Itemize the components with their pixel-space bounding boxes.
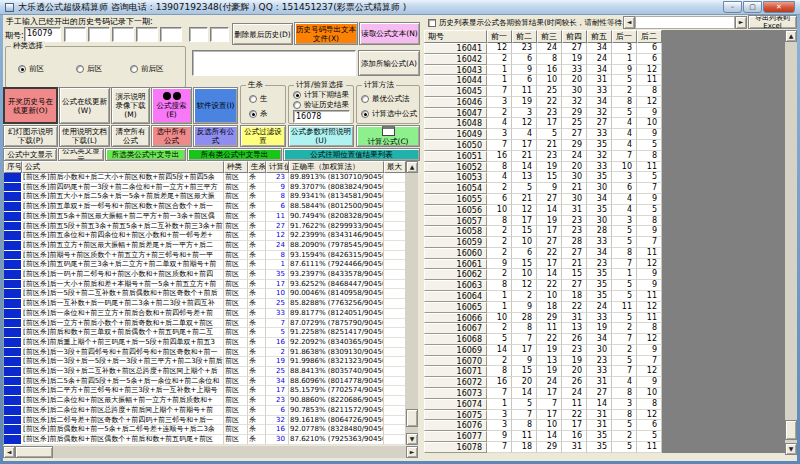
front-number-input-5[interactable] [160,27,182,42]
front-number-input-3[interactable] [112,27,134,42]
export-selected-chinese-button[interactable]: 所选类公式中文导出 [105,148,186,161]
row-select-cell[interactable] [4,348,22,358]
formula-row[interactable]: [前区杀]后一5段+前二互补数+前后偶数和+前区奇数个+前后前区杀1090.00… [4,289,406,299]
formula-vertical-scrollbar[interactable]: ▲ ▼ [406,161,418,445]
row-select-cell[interactable] [4,222,22,232]
row-select-cell[interactable] [4,202,22,212]
header-issue[interactable]: 期号 [424,30,487,43]
demo-video-download-button[interactable]: 演示说明录像下载(M) [111,87,150,124]
radio-icon[interactable] [361,110,369,118]
export-to-excel-button[interactable]: 导出列表到Excel [748,15,797,29]
back-number-input-2[interactable] [210,27,229,42]
formula-row[interactable]: [前区杀]前五大小+后二5余+后一5余+前后差尾+前区最大振前区杀889.934… [4,192,406,202]
header-calc-value[interactable]: 计算值 [266,161,289,173]
header-front-2[interactable]: 前二 [512,30,537,43]
radio-icon[interactable] [249,110,257,118]
row-select-cell[interactable] [4,396,22,406]
front-number-input-4[interactable] [136,27,158,42]
formula-row[interactable]: [前区杀]后一3段+前四邻号和+前四邻号和+前区奇数和+前一前区杀291.863… [4,348,406,358]
radio-calc-next[interactable]: 计算下期结果 [293,90,349,100]
formula-row[interactable]: [前区杀]前五码尾+前三3余+后二立方+前二单双+前期号+前前区杀187.611… [4,260,406,270]
row-select-cell[interactable] [4,425,22,435]
formula-row[interactable]: [前区杀]前五5余+前区最大振幅+前二平方+前一3余+前区偶前区杀1190.74… [4,212,406,222]
formula-row[interactable]: [前区杀]后一码+前二邻号和+前区小数和+前区质数和+前四前区杀3593.239… [4,270,406,280]
scrollbar-thumb[interactable] [15,446,53,458]
minimize-button[interactable]: – [723,1,742,13]
radio-life[interactable]: 生 [249,94,268,104]
back-number-input-1[interactable] [189,27,208,42]
radio-icon[interactable] [76,65,84,73]
row-select-cell[interactable] [4,299,22,309]
radio-icon[interactable] [361,95,369,103]
formula-row[interactable]: [前区杀]后一余位和+前三立方+前后合数和+前四邻号差+前前区杀3389.817… [4,309,406,319]
row-select-cell[interactable] [4,289,22,299]
row-select-cell[interactable] [4,416,22,426]
row-select-cell[interactable] [4,367,22,377]
scroll-down-icon[interactable]: ▼ [785,443,797,455]
row-select-cell[interactable] [4,357,22,367]
header-front-5[interactable]: 前五 [587,30,612,43]
formula-english-display-button[interactable]: 公式英文显示 [58,148,104,161]
radio-front-back-area[interactable]: 前后区 [130,64,164,74]
position-results-button[interactable]: 公式往期位置值结果列表 [283,148,420,161]
formula-row[interactable]: [前区杀]前五5段+前五3余+前五5余+后二互补数+前三3余+前前区杀2791.… [4,222,406,232]
delete-last-history-button[interactable]: 删除最后历史(D) [232,23,293,45]
formula-row[interactable]: [前区杀]后一立方+前后小数个+前后奇数和+后二单双+前区前区杀787.0729… [4,319,406,329]
row-select-cell[interactable] [4,192,22,202]
formula-row[interactable]: [前区杀]前五立方+前区最大振幅+前后差尾+后一平方+后二前区杀2488.209… [4,241,406,251]
formula-row[interactable]: [前区杀]后二5余+前四5段+后一5余+后一余位和+前二余位和前区杀3488.6… [4,377,406,387]
manual-download-button[interactable]: 使用说明文档下载(L) [59,125,110,147]
header-front-3[interactable]: 前三 [537,30,562,43]
radio-verify-history[interactable]: 验证历史结果 [293,100,349,110]
header-max[interactable]: 最大 [384,161,406,173]
header-back-1[interactable]: 后一 [612,30,637,43]
radio-icon[interactable] [130,65,138,73]
close-button[interactable]: ✕ [763,1,795,13]
row-select-cell[interactable] [4,183,22,193]
radio-front-area[interactable]: 前区 [18,64,44,74]
update-lottery-history-button[interactable]: 开奖历史号在线更新(O) [3,87,58,124]
header-type[interactable]: 种类 [224,161,248,173]
formula-row[interactable]: [前区杀]前四码尾+前一3段+前二余位和+前一立方+前三平方前区杀989.370… [4,183,406,193]
formula-row[interactable]: [前区杀]后二余位和+前区最大振幅+前一立方+前后质数和+前区杀2390.886… [4,396,406,406]
header-kill[interactable]: 生杀 [248,161,266,173]
maximize-button[interactable]: ▢ [743,1,762,13]
slide-guide-download-button[interactable]: 幻灯图示说明下载(P) [3,125,58,147]
formula-row[interactable]: [前区杀]后二平方+前三邻号和+前三3段+后一互补数+上期号前区杀1785.15… [4,386,406,396]
row-select-cell[interactable] [4,377,22,387]
row-select-cell[interactable] [4,319,22,329]
front-number-input-2[interactable] [88,27,110,42]
radio-back-area[interactable]: 后区 [76,64,102,74]
radio-icon[interactable] [293,101,301,109]
formula-filter-settings-button[interactable]: 公式过滤设置 [240,125,286,147]
checkbox-icon[interactable] [428,19,436,27]
row-select-cell[interactable] [4,173,22,183]
formula-row[interactable]: [前区杀]前后和数+前三单双+前后偶数个+前五码尾+前二互前区杀591.2258… [4,328,406,338]
header-back-2[interactable]: 后二 [637,30,662,43]
row-select-cell[interactable] [4,270,22,280]
scroll-right-icon[interactable]: ► [735,16,747,29]
front-number-input-1[interactable] [64,27,86,42]
formula-entry-input[interactable] [192,50,356,76]
scroll-up-icon[interactable]: ▲ [406,161,418,173]
scroll-up-icon[interactable]: ▲ [785,30,797,42]
row-select-cell[interactable] [4,338,22,348]
radio-icon[interactable] [18,65,26,73]
select-all-formulas-button[interactable]: 选中所有公式 [151,125,192,147]
issue-input[interactable]: 16079 [24,27,61,42]
show-results-checkbox[interactable]: 历史列表显示公式各期验算结果(时间较长，请耐性等待...) [428,18,632,28]
invert-selection-button[interactable]: 反选所有公式 [193,125,238,147]
formula-row[interactable]: [前区杀]后二邻号差+前区奇数个+前四码+前三邻号和+后一前区杀3289.161… [4,416,406,426]
row-select-cell[interactable] [4,241,22,251]
formula-row[interactable]: [前区杀]后一3段+后一5段+后一3段+前三平方+前二3段+前后前区杀1991.… [4,357,406,367]
row-select-cell[interactable] [4,212,22,222]
formula-param-doc-button[interactable]: 公式参数对照说明(U) [288,125,354,147]
title-bar[interactable]: 大乐透公式超级精算师 咨询电话：13907192348(付豪辉 ) QQ：151… [0,0,800,15]
header-front-1[interactable]: 前一 [487,30,512,43]
formula-row[interactable]: [前区杀]后二余位和+前区总跨度+前后同上期个+前期号+前前区杀690.7853… [4,406,406,416]
scrollbar-thumb[interactable] [785,420,797,440]
formula-row[interactable]: [前区杀]前后小数和+后二大小+前区和数+前四5段+前四5余前区杀2389.89… [4,173,406,183]
add-formula-button[interactable]: 添加所输公式(A) [358,50,420,76]
formula-row[interactable]: [前区杀]前后偶数和+前一5余+后二邻号差+连顺号+后二3余前区杀1692.07… [4,425,406,435]
history-vertical-scrollbar[interactable]: ▲ ▼ [785,30,797,455]
